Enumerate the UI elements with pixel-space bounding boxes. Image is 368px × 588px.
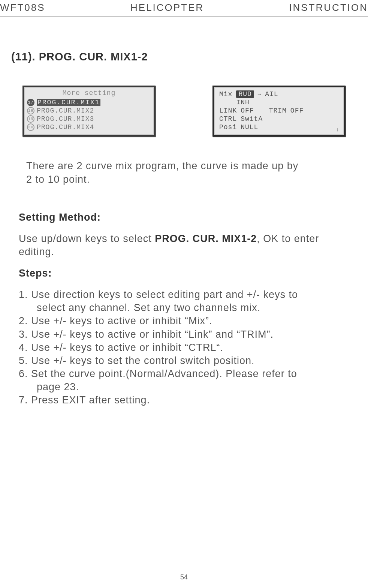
lcd-item-label: PROG.CUR.MIX3 (37, 115, 94, 123)
lcd-link-trim-row: LINK OFF TRIM OFF (219, 107, 340, 115)
menu-name-bold: PROG. CUR. MIX1-2 (155, 233, 257, 244)
lcd-spacer (258, 107, 265, 114)
lcd-trim-label: TRIM (269, 107, 287, 114)
lcd-screens-row: More setting 17 PROG.CUR.MIX1 18 PROG.CU… (0, 86, 368, 137)
lcd-bullet-icon: 17 (27, 99, 34, 106)
lcd-menu-item-mix2: 18 PROG.CUR.MIX2 (27, 107, 151, 115)
lcd-menu-item-mix4: 20 PROG.CUR.MIX4 (27, 123, 151, 131)
lcd-bullet-icon: 18 (27, 107, 34, 114)
lcd-right-mix-detail: Mix RUD → AIL Mix INH LINK OFF TRIM OFF … (212, 86, 346, 137)
intro-line-1: There are 2 curve mix program, the curve… (26, 159, 368, 173)
step-6-cont: page 23. (19, 380, 367, 394)
lcd-item-label: PROG.CUR.MIX2 (37, 107, 94, 114)
lcd-mix-row: Mix RUD → AIL (219, 90, 340, 98)
lcd-link-value: OFF (241, 107, 254, 114)
intro-paragraph: There are 2 curve mix program, the curve… (26, 159, 368, 186)
lcd-target-channel: AIL (265, 90, 278, 98)
page-number: 54 (180, 573, 188, 581)
lcd-menu-item-mix3: 19 PROG.CUR.MIX3 (27, 115, 151, 123)
lcd-ctrl-label: CTRL (219, 115, 237, 123)
lcd-item-label: PROG.CUR.MIX4 (37, 123, 94, 131)
steps-list: 1. Use direction keys to select editing … (19, 288, 367, 407)
lcd-posi-value: NULL (241, 123, 258, 131)
lcd-trim-value: OFF (290, 107, 304, 114)
lcd-link-label: LINK (219, 107, 237, 114)
lcd-menu-item-mix1: 17 PROG.CUR.MIX1 (27, 98, 151, 107)
lcd-left-more-setting: More setting 17 PROG.CUR.MIX1 18 PROG.CU… (22, 86, 156, 137)
step-5: 5. Use +/- keys to set the control switc… (19, 354, 367, 367)
lcd-inh-row: Mix INH (219, 98, 340, 107)
step-6: 6. Set the curve point.(Normal/Advanced)… (19, 367, 367, 380)
lcd-ctrl-row: CTRL SwitA (219, 115, 340, 123)
lcd-bullet-icon: 19 (27, 115, 34, 123)
content-block: Setting Method: Use up/down keys to sele… (19, 211, 367, 407)
section-title: (11). PROG. CUR. MIX1-2 (11, 51, 368, 63)
lcd-field-label: Mix (219, 90, 232, 98)
setting-method-text: Use up/down keys to select PROG. CUR. MI… (19, 232, 367, 259)
text-fragment: , OK to enter (257, 233, 319, 244)
header-doc-type: INSTRUCTION (289, 2, 368, 14)
step-3: 3. Use +/- keys to active or inhibit “Li… (19, 328, 367, 341)
lcd-ctrl-value: SwitA (241, 115, 263, 123)
step-1-cont: select any channel. Set any two channels… (19, 301, 367, 314)
page-header: WFT08S HELICOPTER INSTRUCTION (0, 0, 368, 17)
scroll-down-icon: ↓ (336, 127, 340, 133)
header-category: HELICOPTER (130, 2, 204, 14)
lcd-posi-row: Posi NULL (219, 123, 340, 131)
intro-line-2: 2 to 10 point. (26, 173, 368, 186)
lcd-inh-value: INH (236, 99, 249, 106)
lcd-item-label: PROG.CUR.MIX1 (37, 99, 100, 106)
setting-method-heading: Setting Method: (19, 211, 367, 224)
step-7: 7. Press EXIT after setting. (19, 394, 367, 407)
step-2: 2. Use +/- keys to active or inhibit “Mi… (19, 314, 367, 328)
header-model: WFT08S (0, 2, 45, 14)
lcd-left-title: More setting (27, 89, 151, 97)
steps-heading: Steps: (19, 267, 367, 280)
step-4: 4. Use +/- keys to active or inhibit “CT… (19, 341, 367, 354)
step-1: 1. Use direction keys to select editing … (19, 288, 367, 301)
text-fragment: Use up/down keys to select (19, 233, 155, 244)
lcd-bullet-icon: 20 (27, 123, 34, 131)
arrow-right-icon: → (258, 91, 261, 99)
lcd-posi-label: Posi (219, 123, 237, 131)
lcd-selected-channel: RUD (236, 90, 254, 98)
text-fragment: editing. (19, 246, 54, 257)
